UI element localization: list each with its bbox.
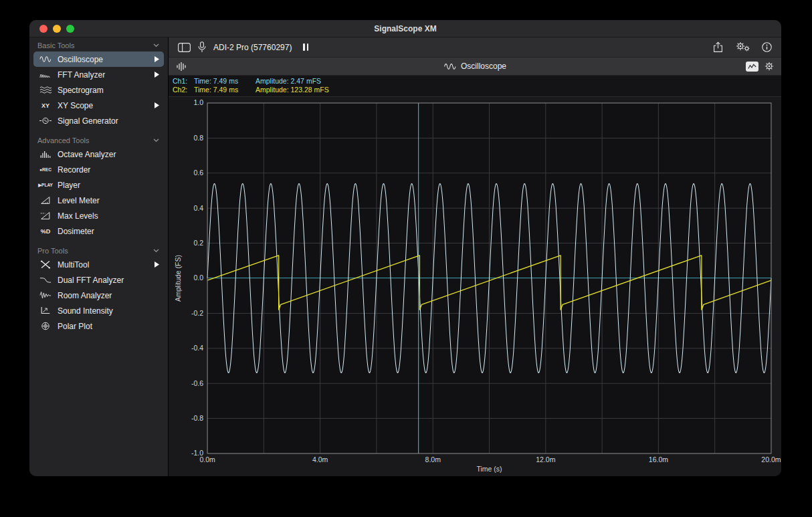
- sidebar-item-max-levels[interactable]: Max Levels: [33, 208, 164, 223]
- sidebar: Basic ToolsOscilloscopeFFT AnalyzerSpect…: [29, 37, 169, 476]
- stream-play-button[interactable]: [155, 102, 159, 108]
- sidebar-item-label: FFT Analyzer: [58, 70, 105, 80]
- svg-text:20.0m: 20.0m: [761, 455, 781, 463]
- sidebar-item-player[interactable]: ▶PLAYPlayer: [33, 177, 164, 193]
- sidebar-item-label: Dosimeter: [58, 227, 94, 236]
- svg-text:12.0m: 12.0m: [536, 455, 555, 463]
- sidebar-item-label: XY Scope: [58, 101, 93, 110]
- sidebar-item-multitool[interactable]: MultiTool: [33, 257, 164, 272]
- window-title: SignalScope XM: [29, 24, 781, 33]
- sidebar-item-label: Octave Analyzer: [58, 150, 116, 159]
- sidebar-item-label: Max Levels: [58, 211, 98, 221]
- sidebar-item-oscilloscope[interactable]: Oscilloscope: [33, 51, 164, 67]
- ch1-time: Time: 7.49 ms: [194, 77, 256, 86]
- share-icon[interactable]: [713, 41, 723, 53]
- sidebar-section-basic-tools[interactable]: Basic Tools: [29, 39, 168, 51]
- sidebar-item-level-meter[interactable]: Level Meter: [33, 193, 164, 208]
- sidebar-item-label: Dual FFT Analyzer: [58, 276, 124, 285]
- sidebar-item-label: Player: [58, 181, 80, 190]
- view-title-group: Oscilloscope: [169, 62, 781, 71]
- fft-analyzer-icon: [38, 70, 53, 79]
- svg-text:-0.4: -0.4: [191, 344, 203, 352]
- room-analyzer-icon: [38, 291, 53, 300]
- stream-play-button[interactable]: [155, 56, 159, 62]
- section-label: Pro Tools: [37, 247, 68, 255]
- minimize-window-button[interactable]: [53, 25, 61, 33]
- svg-text:Amplitude (FS): Amplitude (FS): [174, 255, 182, 302]
- spectrogram-icon: [38, 86, 53, 94]
- dosimeter-icon: %D: [38, 228, 53, 235]
- ch2-label: Ch2:: [173, 86, 194, 94]
- sidebar-item-label: Level Meter: [58, 196, 100, 205]
- view-toolbar: Oscilloscope: [169, 58, 781, 76]
- section-label: Basic Tools: [37, 41, 74, 49]
- polar-plot-icon: [38, 322, 53, 330]
- sidebar-section-advanced-tools[interactable]: Advanced Tools: [29, 134, 168, 146]
- sidebar-item-dual-fft-analyzer[interactable]: Dual FFT Analyzer: [33, 272, 164, 288]
- sidebar-item-dosimeter[interactable]: %DDosimeter: [33, 223, 164, 239]
- dual-fft-analyzer-icon: [38, 276, 53, 284]
- svg-text:-0.8: -0.8: [191, 414, 203, 422]
- info-icon[interactable]: [762, 42, 772, 52]
- player-icon: ▶PLAY: [38, 183, 53, 188]
- sound-intensity-icon: [38, 306, 53, 315]
- sidebar-item-label: MultiTool: [58, 260, 89, 270]
- svg-text:1.0: 1.0: [193, 99, 203, 107]
- sidebar-item-label: Oscilloscope: [58, 55, 103, 64]
- main-toolbar: ADI-2 Pro (57760297): [169, 37, 781, 58]
- oscilloscope-plot[interactable]: 1.00.80.60.40.20.0-0.2-0.4-0.6-0.8-1.00.…: [169, 97, 781, 476]
- chevron-down-icon[interactable]: [153, 249, 159, 253]
- zoom-window-button[interactable]: [66, 25, 74, 33]
- settings-gears-icon[interactable]: [736, 41, 749, 53]
- sidebar-item-xy-scope[interactable]: XYXY Scope: [33, 98, 164, 113]
- svg-text:-0.6: -0.6: [191, 379, 203, 387]
- signal-generator-icon: [38, 116, 53, 125]
- stream-play-button[interactable]: [155, 262, 159, 268]
- waveform-activity-icon[interactable]: [176, 62, 187, 72]
- sidebar-toggle-icon[interactable]: [178, 43, 191, 52]
- view-title: Oscilloscope: [461, 62, 506, 71]
- sidebar-item-fft-analyzer[interactable]: FFT Analyzer: [33, 67, 164, 82]
- sidebar-item-label: Spectrogram: [58, 86, 104, 95]
- sidebar-item-room-analyzer[interactable]: Room Analyzer: [33, 288, 164, 303]
- sidebar-item-spectrogram[interactable]: Spectrogram: [33, 82, 164, 98]
- titlebar[interactable]: SignalScope XM: [29, 20, 781, 37]
- stream-play-button[interactable]: [155, 72, 159, 78]
- device-name[interactable]: ADI-2 Pro (57760297): [213, 43, 292, 52]
- svg-text:Time (s): Time (s): [476, 465, 502, 473]
- sidebar-item-recorder[interactable]: ●RECRecorder: [33, 162, 164, 177]
- level-meter-icon: [38, 196, 53, 205]
- max-levels-icon: [38, 211, 53, 220]
- ch2-amplitude: Amplitude: 123.28 mFS: [256, 86, 329, 94]
- chevron-down-icon[interactable]: [153, 138, 159, 142]
- octave-analyzer-icon: [38, 150, 53, 159]
- chevron-down-icon[interactable]: [153, 43, 159, 47]
- sidebar-item-octave-analyzer[interactable]: Octave Analyzer: [33, 146, 164, 162]
- pause-button[interactable]: [303, 43, 308, 51]
- sidebar-section-pro-tools[interactable]: Pro Tools: [29, 245, 168, 257]
- oscilloscope-icon: [38, 55, 53, 64]
- sine-wave-icon: [443, 62, 457, 71]
- chart-display-toggle-icon[interactable]: [746, 62, 758, 72]
- main-area: ADI-2 Pro (57760297): [169, 37, 781, 476]
- ch1-amplitude: Amplitude: 2.47 mFS: [256, 77, 321, 86]
- sidebar-item-label: Sound Intensity: [58, 306, 113, 316]
- section-label: Advanced Tools: [37, 136, 89, 144]
- sidebar-item-label: Polar Plot: [58, 322, 92, 331]
- chart-settings-gear-icon[interactable]: [765, 62, 774, 71]
- sidebar-item-sound-intensity[interactable]: Sound Intensity: [33, 303, 164, 318]
- multitool-icon: [38, 260, 53, 269]
- traffic-lights: [39, 25, 74, 33]
- svg-text:-0.2: -0.2: [191, 309, 203, 317]
- svg-text:0.8: 0.8: [193, 134, 203, 142]
- svg-text:0.0m: 0.0m: [199, 455, 215, 463]
- app-window: SignalScope XM Basic ToolsOscilloscopeFF…: [29, 20, 781, 476]
- input-device-microphone-icon[interactable]: [198, 41, 206, 53]
- sidebar-item-polar-plot[interactable]: Polar Plot: [33, 318, 164, 334]
- readout-row-ch1: Ch1: Time: 7.49 ms Amplitude: 2.47 mFS: [173, 77, 781, 86]
- sidebar-item-signal-generator[interactable]: Signal Generator: [33, 113, 164, 128]
- recorder-icon: ●REC: [38, 167, 53, 172]
- close-window-button[interactable]: [39, 25, 47, 33]
- ch2-time: Time: 7.49 ms: [194, 86, 256, 94]
- ch1-label: Ch1:: [173, 77, 194, 86]
